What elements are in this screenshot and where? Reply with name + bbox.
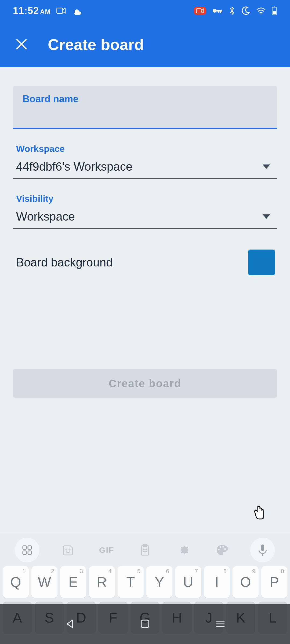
key-u[interactable]: U7 — [175, 566, 201, 598]
workspace-value: 44f9dbf6's Workspace — [16, 160, 132, 173]
svg-point-6 — [260, 13, 262, 14]
svg-rect-8 — [273, 11, 276, 14]
chevron-down-icon — [263, 164, 270, 169]
key-o[interactable]: O9 — [233, 566, 259, 598]
key-t[interactable]: T5 — [118, 566, 144, 598]
key-hint: 4 — [108, 568, 112, 575]
svg-rect-23 — [141, 620, 149, 628]
key-r[interactable]: R4 — [89, 566, 115, 598]
key-hint: 3 — [80, 568, 83, 575]
page-title: Create board — [48, 35, 144, 53]
recent-lines-icon — [215, 620, 225, 628]
key-hint: 2 — [51, 568, 54, 575]
svg-rect-22 — [261, 544, 264, 551]
key-hint: 6 — [166, 568, 169, 575]
keyboard-row-1: Q1W2E3R4T5Y6U7I8O9P0 — [0, 566, 290, 598]
status-ampm: AM — [40, 8, 50, 15]
svg-rect-9 — [274, 6, 275, 8]
grid-icon — [22, 545, 32, 555]
android-nav-bar — [0, 604, 290, 644]
form-content: Board name Workspace 44f9dbf6's Workspac… — [0, 86, 290, 398]
status-left: 11:52AM — [13, 5, 82, 16]
nav-back-button[interactable] — [62, 616, 78, 632]
visibility-field: Visibility Workspace — [13, 193, 277, 229]
board-background-swatch[interactable] — [248, 250, 275, 275]
key-hint: 5 — [137, 568, 140, 575]
recording-badge — [194, 7, 206, 15]
svg-rect-1 — [197, 9, 201, 13]
board-background-label: Board background — [16, 256, 113, 269]
key-hint: 0 — [281, 568, 284, 575]
app-bar: Create board — [0, 21, 290, 67]
svg-rect-5 — [218, 10, 219, 13]
svg-rect-4 — [220, 10, 221, 13]
board-name-label: Board name — [23, 93, 267, 105]
workspace-field: Workspace 44f9dbf6's Workspace — [13, 144, 277, 179]
board-name-input[interactable]: Board name — [13, 86, 277, 129]
keyboard-sticker-button[interactable] — [59, 540, 78, 560]
create-board-button[interactable]: Create board — [13, 369, 277, 398]
key-p[interactable]: P0 — [261, 566, 287, 598]
close-button[interactable] — [13, 36, 30, 53]
svg-point-16 — [66, 549, 67, 550]
gear-icon — [177, 544, 189, 556]
keyboard-toolbar: GIF — [0, 534, 290, 566]
visibility-label: Visibility — [16, 193, 277, 204]
weather-icon — [72, 7, 82, 15]
dnd-moon-icon — [241, 6, 250, 15]
battery-icon — [272, 6, 277, 15]
key-y[interactable]: Y6 — [146, 566, 172, 598]
svg-rect-15 — [28, 551, 31, 554]
workspace-select[interactable]: 44f9dbf6's Workspace — [13, 160, 277, 179]
keyboard-settings-button[interactable] — [174, 540, 193, 560]
key-w[interactable]: W2 — [31, 566, 57, 598]
keyboard-mic-button[interactable] — [250, 538, 275, 562]
key-e[interactable]: E3 — [60, 566, 86, 598]
keyboard-clipboard-button[interactable] — [135, 540, 155, 560]
cursor-pointer-icon — [252, 504, 266, 522]
chevron-down-icon — [263, 214, 270, 219]
nav-home-button[interactable] — [137, 616, 153, 632]
key-hint: 9 — [252, 568, 255, 575]
keyboard-apps-button[interactable] — [15, 538, 39, 562]
clipboard-icon — [140, 544, 150, 556]
vpn-key-icon — [212, 8, 223, 14]
keyboard-theme-button[interactable] — [212, 540, 231, 560]
svg-rect-12 — [23, 546, 26, 549]
status-time-value: 11:52 — [13, 5, 39, 16]
back-triangle-icon — [64, 619, 75, 629]
svg-rect-14 — [23, 551, 26, 554]
mic-icon — [258, 544, 267, 556]
workspace-label: Workspace — [16, 144, 277, 154]
key-q[interactable]: Q1 — [3, 566, 29, 598]
close-icon — [15, 38, 28, 50]
visibility-value: Workspace — [16, 210, 75, 223]
key-hint: 8 — [223, 568, 227, 575]
svg-point-2 — [213, 9, 216, 13]
status-bar: 11:52AM — [0, 0, 290, 21]
bluetooth-icon — [229, 6, 235, 15]
key-hint: 7 — [195, 568, 198, 575]
wifi-icon — [256, 7, 266, 14]
key-hint: 1 — [22, 568, 26, 575]
sticker-icon — [62, 544, 74, 556]
palette-icon — [216, 544, 228, 556]
key-i[interactable]: I8 — [204, 566, 230, 598]
visibility-select[interactable]: Workspace — [13, 210, 277, 229]
keyboard-gif-button[interactable]: GIF — [97, 540, 116, 560]
board-background-row: Board background — [13, 250, 277, 275]
svg-rect-13 — [28, 546, 31, 549]
svg-point-17 — [69, 549, 70, 550]
svg-rect-0 — [57, 8, 63, 13]
home-square-icon — [140, 619, 150, 629]
status-right — [194, 6, 277, 15]
nav-recent-button[interactable] — [212, 616, 228, 632]
screen-record-outline-icon — [56, 7, 66, 14]
status-time: 11:52AM — [13, 5, 50, 16]
